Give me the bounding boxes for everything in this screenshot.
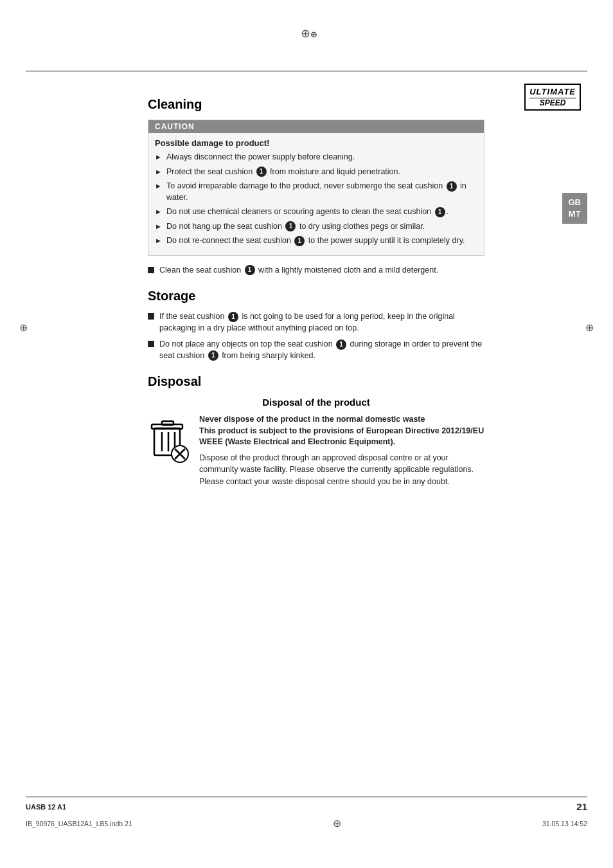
bottom-crosshair-icon: ⊕	[333, 817, 341, 829]
storage-item-2: Do not place any objects on top the seat…	[148, 339, 484, 361]
cleaning-title: Cleaning	[148, 97, 484, 112]
disposal-text-area: Never dispose of the product in the norm…	[199, 414, 484, 488]
model-name: UASB 12 A1	[26, 803, 66, 811]
bottom-divider	[26, 797, 587, 797]
cleaning-body-item: Clean the seat cushion 1 with a lightly …	[148, 265, 484, 276]
num-1h: 1	[336, 339, 346, 350]
left-crosshair-icon: ⊕	[19, 321, 28, 334]
caution-text-6: Do not re-connect the seat cushion 1 to …	[166, 235, 465, 247]
brand-logo: ULTIMATE SPEED	[524, 84, 581, 111]
caution-subtitle: Possible damage to product!	[155, 138, 477, 148]
disposal-subsection-title: Disposal of the product	[148, 397, 484, 408]
footer-bar: UASB 12 A1 21 IB_90976_UASB12A1_LB5.indb…	[0, 797, 613, 829]
main-content: Cleaning CAUTION Possible damage to prod…	[0, 71, 613, 514]
footer-filename: IB_90976_UASB12A1_LB5.indb 21	[26, 820, 132, 827]
top-crosshair-area: ⊕	[0, 0, 613, 64]
num-1g: 1	[228, 312, 238, 322]
arrow-icon-2: ►	[155, 167, 164, 177]
storage-section: Storage If the seat cushion 1 is not goi…	[148, 289, 484, 361]
caution-text-2: Protect the seat cushion 1 from moisture…	[166, 167, 400, 178]
storage-item-1: If the seat cushion 1 is not going to be…	[148, 311, 484, 334]
caution-text-5: Do not hang up the seat cushion 1 to dry…	[166, 221, 425, 233]
caution-item-3: ► To avoid irreparable damage to the pro…	[155, 181, 477, 203]
caution-body: Possible damage to product! ► Always dis…	[148, 133, 484, 255]
disposal-body-text: Dispose of the product through an approv…	[199, 452, 484, 488]
num-1d: 1	[285, 221, 296, 231]
arrow-icon-5: ►	[155, 222, 164, 231]
caution-item-1: ► Always disconnect the power supply bef…	[155, 152, 477, 163]
logo-top-text: ULTIMATE	[529, 87, 576, 98]
square-bullet-storage-1	[148, 313, 154, 320]
page-number: 21	[576, 801, 587, 812]
num-1b: 1	[447, 181, 457, 192]
caution-box: CAUTION Possible damage to product! ► Al…	[148, 120, 484, 256]
storage-text-2: Do not place any objects on top the seat…	[159, 339, 484, 361]
disposal-section: Disposal Disposal of the product	[148, 374, 484, 488]
language-badge: GBMT	[562, 193, 588, 224]
page: ⊕ ULTIMATE SPEED GBMT ⊕ ⊕ Cleaning CAUTI…	[0, 0, 613, 868]
cleaning-body-text: Clean the seat cushion 1 with a lightly …	[159, 265, 438, 276]
storage-text-1: If the seat cushion 1 is not going to be…	[159, 311, 484, 334]
disposal-content: Never dispose of the product in the norm…	[148, 414, 484, 488]
caution-item-4: ► Do not use chemical cleaners or scouri…	[155, 206, 477, 218]
arrow-icon-4: ►	[155, 207, 164, 217]
storage-title: Storage	[148, 289, 484, 303]
cleaning-section: Cleaning CAUTION Possible damage to prod…	[148, 97, 484, 276]
svg-rect-2	[162, 421, 173, 425]
square-bullet-storage-2	[148, 341, 154, 347]
footer-datetime: 31.05.13 14:52	[542, 820, 587, 827]
caution-header: CAUTION	[148, 120, 484, 133]
caution-item-6: ► Do not re-connect the seat cushion 1 t…	[155, 235, 477, 247]
top-crosshair-icon: ⊕	[301, 26, 312, 38]
caution-item-5: ► Do not hang up the seat cushion 1 to d…	[155, 221, 477, 233]
disposal-bold-text: Never dispose of the product in the norm…	[199, 414, 484, 448]
right-crosshair-icon: ⊕	[585, 321, 594, 334]
caution-text-3: To avoid irreparable damage to the produ…	[166, 181, 477, 203]
arrow-icon-1: ►	[155, 152, 164, 162]
num-1e: 1	[294, 236, 305, 246]
arrow-icon-6: ►	[155, 236, 164, 246]
weee-icon	[148, 414, 190, 467]
caution-text-4: Do not use chemical cleaners or scouring…	[166, 206, 449, 218]
arrow-icon-3: ►	[155, 181, 164, 191]
square-bullet-cleaning	[148, 267, 154, 273]
num-1i: 1	[208, 350, 218, 361]
caution-item-2: ► Protect the seat cushion 1 from moistu…	[155, 167, 477, 178]
num-1f: 1	[245, 265, 255, 275]
num-1c: 1	[435, 207, 445, 217]
footer-second-row: IB_90976_UASB12A1_LB5.indb 21 ⊕ 31.05.13…	[26, 817, 587, 829]
caution-text-1: Always disconnect the power supply befor…	[166, 152, 355, 163]
num-1: 1	[256, 167, 267, 177]
disposal-title: Disposal	[148, 374, 484, 389]
footer-content: UASB 12 A1 21	[26, 801, 587, 812]
logo-bottom-text: SPEED	[540, 98, 566, 107]
